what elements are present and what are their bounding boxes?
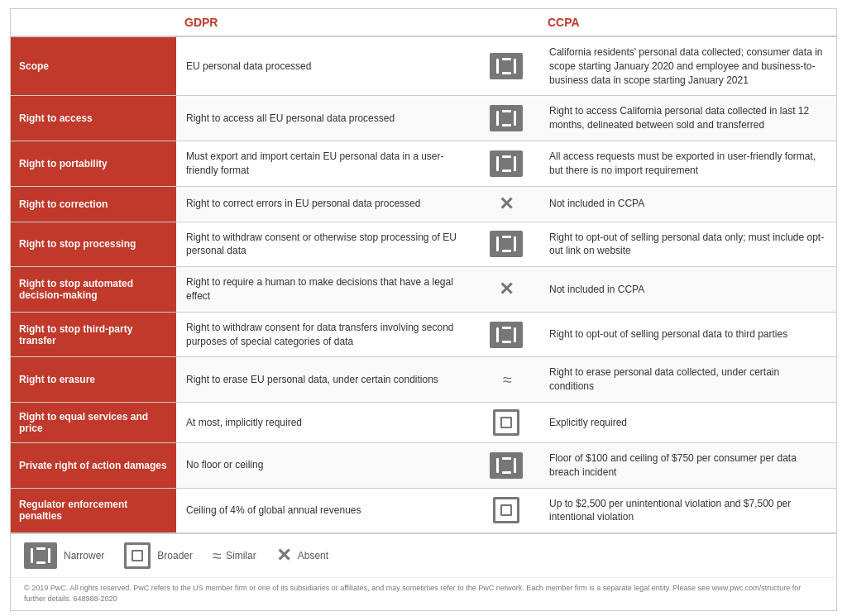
row-label: Right to stop processing xyxy=(11,222,176,267)
narrower-icon xyxy=(24,542,57,569)
table-row: Regulator enforcement penaltiesCeiling o… xyxy=(11,489,836,533)
narrower-icon xyxy=(490,322,523,348)
broader-icon-inner xyxy=(500,417,512,428)
hbar-bottom xyxy=(502,72,511,74)
row-icon-cell xyxy=(473,37,539,95)
row-ccpa-text: California residents' personal data coll… xyxy=(539,37,836,95)
vbar-right xyxy=(48,548,50,563)
header-ccpa: CCPA xyxy=(539,9,836,36)
row-gdpr-text: Ceiling of 4% of global annual revenues xyxy=(176,489,473,533)
row-icon-cell xyxy=(473,443,539,488)
legend-narrower: Narrower xyxy=(24,542,104,569)
table-row: Right to erasureRight to erase EU person… xyxy=(11,357,836,403)
row-gdpr-text: EU personal data processed xyxy=(176,37,473,95)
vbar-left xyxy=(31,548,33,563)
broader-icon xyxy=(124,542,151,569)
absent-icon: ✕ xyxy=(276,545,291,566)
table-row: Right to stop processingRight to withdra… xyxy=(11,222,836,268)
hbar-top xyxy=(502,58,511,60)
row-ccpa-text: Explicitly required xyxy=(539,403,836,442)
row-label: Right to equal services and price xyxy=(11,403,176,442)
row-gdpr-text: Right to require a human to make decisio… xyxy=(176,267,473,312)
comparison-table: GDPR CCPA ScopeEU personal data processe… xyxy=(10,8,837,611)
row-ccpa-text: Not included in CCPA xyxy=(539,187,836,222)
legend-broader: Broader xyxy=(124,542,193,569)
row-icon-cell xyxy=(473,403,539,442)
header-gdpr: GDPR xyxy=(176,9,473,36)
absent-label: Absent xyxy=(298,550,328,561)
row-ccpa-text: Not included in CCPA xyxy=(539,267,836,312)
header-icon-spacer xyxy=(473,9,539,36)
hbar-bottom xyxy=(502,250,511,252)
row-label: Right to correction xyxy=(11,187,176,222)
narrower-icon xyxy=(490,150,523,177)
row-label: Private right of action damages xyxy=(11,443,176,488)
table-row: Right to stop automated decision-makingR… xyxy=(11,267,836,313)
table-row: Right to equal services and priceAt most… xyxy=(11,403,836,443)
row-ccpa-text: Right to access California personal data… xyxy=(539,96,836,141)
narrower-label: Narrower xyxy=(64,550,104,561)
row-ccpa-text: Right to opt-out of selling personal dat… xyxy=(539,313,836,357)
absent-icon: ✕ xyxy=(499,279,514,300)
vbar-right xyxy=(514,59,516,74)
vbar-left xyxy=(496,327,499,342)
narrower-icon xyxy=(490,53,523,79)
row-gdpr-text: Right to access all EU personal data pro… xyxy=(176,96,473,141)
row-icon-cell xyxy=(473,222,539,267)
broader-icon xyxy=(493,497,519,523)
table-header: GDPR CCPA xyxy=(11,9,836,37)
row-gdpr-text: No floor or ceiling xyxy=(176,443,473,488)
table-row: Right to accessRight to access all EU pe… xyxy=(11,96,836,141)
table-row: Right to correctionRight to correct erro… xyxy=(11,187,836,222)
row-label: Right to portability xyxy=(11,141,176,186)
row-label: Right to erasure xyxy=(11,357,176,402)
broader-icon-inner xyxy=(132,550,143,561)
hbar-bottom xyxy=(36,561,45,564)
row-gdpr-text: At most, implicitly required xyxy=(176,403,473,442)
legend: Narrower Broader ≈ Similar ✕ Absent xyxy=(11,532,836,577)
vbar-left xyxy=(496,59,499,74)
hbar-top xyxy=(502,236,511,238)
vbar-left xyxy=(496,458,499,473)
narrower-icon xyxy=(490,452,523,479)
hbar-top xyxy=(502,457,511,460)
legend-absent: ✕ Absent xyxy=(276,545,328,566)
vbar-right xyxy=(514,327,516,342)
row-label: Regulator enforcement penalties xyxy=(11,489,176,533)
row-ccpa-text: Right to opt-out of selling personal dat… xyxy=(539,222,836,267)
row-label: Right to stop automated decision-making xyxy=(11,267,176,312)
row-icon-cell xyxy=(473,313,539,357)
hbar-bottom xyxy=(502,341,511,343)
table-row: Right to portabilityMust export and impo… xyxy=(11,141,836,187)
table-row: ScopeEU personal data processed Californ… xyxy=(11,37,836,96)
vbar-right xyxy=(514,156,516,171)
vbar-right xyxy=(514,458,516,473)
vbar-left xyxy=(496,156,499,171)
broader-icon xyxy=(493,409,519,436)
table-row: Private right of action damagesNo floor … xyxy=(11,443,836,489)
row-gdpr-text: Must export and import certain EU person… xyxy=(176,141,473,186)
row-ccpa-text: Floor of $100 and ceiling of $750 per co… xyxy=(539,443,836,488)
similar-icon: ≈ xyxy=(213,547,219,564)
row-gdpr-text: Right to withdraw consent or otherwise s… xyxy=(176,222,473,267)
broader-icon-inner xyxy=(500,504,512,516)
row-icon-cell xyxy=(473,489,539,533)
similar-label: Similar xyxy=(226,550,256,561)
hbar-bottom xyxy=(502,471,511,474)
hbar-bottom xyxy=(502,170,511,172)
vbar-right xyxy=(514,111,516,126)
similar-icon: ≈ xyxy=(503,371,510,388)
row-label: Right to access xyxy=(11,96,176,141)
broader-label: Broader xyxy=(157,550,193,561)
hbar-top xyxy=(502,327,511,329)
vbar-left xyxy=(496,111,499,126)
row-icon-cell: ≈ xyxy=(473,357,539,402)
row-gdpr-text: Right to withdraw consent for data trans… xyxy=(176,313,473,357)
row-icon-cell xyxy=(473,96,539,141)
hbar-top xyxy=(36,547,45,550)
vbar-left xyxy=(496,236,499,251)
hbar-bottom xyxy=(502,124,511,127)
row-ccpa-text: Up to $2,500 per unintentional violation… xyxy=(539,489,836,533)
table-row: Right to stop third-party transferRight … xyxy=(11,313,836,358)
row-label: Scope xyxy=(11,37,176,95)
